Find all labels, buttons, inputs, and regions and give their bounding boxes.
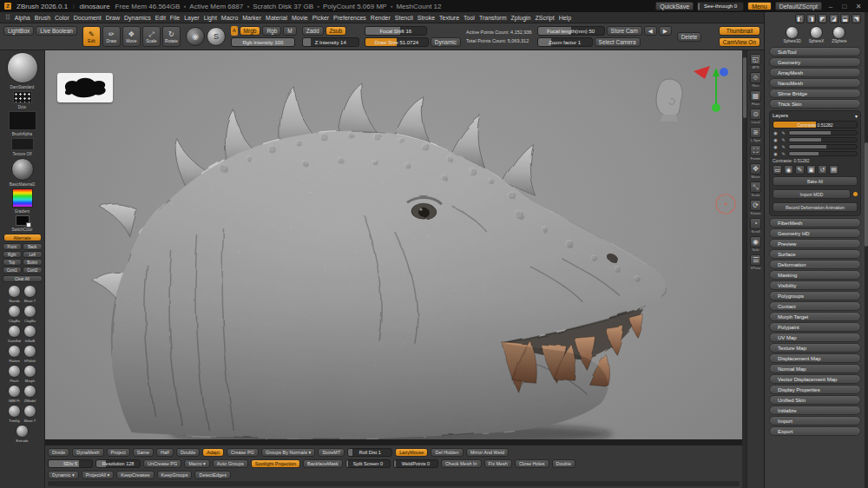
menu-item[interactable]: Stroke	[418, 15, 435, 21]
bottom-slider[interactable]: Split Screen 0	[345, 459, 391, 468]
layer-eye-icon[interactable]: ◉	[773, 144, 779, 149]
paint-rgb-button[interactable]: Rgb	[262, 26, 281, 36]
menu-item[interactable]: Draw	[106, 15, 120, 21]
camview-button[interactable]: CamView On	[719, 37, 760, 47]
sculpt-viewport[interactable]	[45, 50, 742, 445]
brush-thumb[interactable]	[8, 365, 21, 378]
move-mode-button[interactable]: ✥Move	[122, 26, 141, 47]
brush-thumb[interactable]	[23, 385, 36, 398]
document-canvas[interactable]	[45, 50, 742, 445]
bottom-button[interactable]: Dynamic ▾	[48, 471, 79, 479]
panel-section-subtool[interactable]: SubTool	[769, 47, 861, 56]
shelf-frame-icon[interactable]: ⛶Frame	[750, 145, 761, 161]
menu-item[interactable]: Picker	[312, 15, 329, 21]
mini-icon[interactable]: ⬓	[840, 14, 850, 23]
layer-intensity-slider[interactable]	[788, 151, 858, 156]
menu-item[interactable]: Transform	[479, 15, 507, 21]
shelf-scale-icon[interactable]: ⤡Scale	[750, 181, 761, 197]
draw-size-slider[interactable]: Draw Size 51.0724	[365, 37, 429, 47]
layer-eye-icon[interactable]: ◉	[773, 137, 779, 142]
bottom-button[interactable]: Double	[176, 448, 200, 457]
panel-section-nanomesh[interactable]: NanoMesh	[769, 78, 861, 88]
panel-section-polygroups[interactable]: Polygroups	[769, 291, 861, 300]
menu-item[interactable]: Tool	[464, 15, 475, 21]
texture-thumbnail[interactable]	[11, 138, 34, 150]
bottom-button[interactable]: BackfaceMask	[303, 459, 343, 468]
store-cam-button[interactable]: Store Cam	[607, 26, 642, 36]
panel-section-polypaint[interactable]: Polypaint	[769, 322, 861, 332]
panel-section-masking[interactable]: Masking	[769, 270, 861, 280]
sculpt-zadd-button[interactable]: Zadd	[302, 26, 324, 36]
paint-mrgb-button[interactable]: Mrgb	[240, 26, 261, 36]
layer-record-icon[interactable]: ✎	[780, 137, 786, 142]
panel-section-morph-target[interactable]: Morph Target	[769, 312, 861, 321]
bottom-button[interactable]: Adapt	[202, 448, 223, 457]
import-mdd-button[interactable]: Import MDD	[773, 189, 851, 199]
mini-icon[interactable]: ▣	[806, 165, 816, 175]
mini-icon[interactable]: ⬔	[852, 14, 861, 23]
canvas-scrollbar[interactable]	[742, 50, 746, 488]
panel-section-display-properties[interactable]: Display Properties	[769, 385, 861, 394]
bottom-button[interactable]: Macro ▾	[184, 459, 210, 468]
thumbnail-button[interactable]: Thumbnail	[719, 26, 760, 36]
layer-record-icon[interactable]: ✎	[780, 130, 786, 135]
current-stroke-icon[interactable]: S	[207, 27, 226, 46]
bottom-button[interactable]: KeepGroups	[157, 471, 193, 479]
rgb-intensity-slider[interactable]: Rgb Intensity 100	[231, 37, 295, 47]
menu-item[interactable]: Movie	[292, 15, 308, 21]
panel-section-thick-skin[interactable]: Thick Skin	[769, 99, 861, 109]
mini-icon[interactable]: ▤	[829, 165, 838, 175]
brush-thumb[interactable]	[8, 385, 21, 398]
menu-item[interactable]: Preferences	[333, 15, 366, 21]
panel-section-import[interactable]: Import	[769, 416, 861, 425]
layer-row[interactable]: ◉✎	[773, 151, 858, 156]
palette-grid-icon[interactable]: ⠿	[5, 14, 10, 22]
brush-thumb[interactable]	[8, 305, 21, 318]
mini-icon[interactable]: ◉	[784, 165, 793, 175]
bottom-button[interactable]: KeepCreases	[116, 471, 154, 479]
menu-item[interactable]: Zplugin	[511, 15, 531, 21]
current-brush-thumbnail[interactable]	[7, 52, 38, 83]
bottom-button[interactable]: DetectEdges	[194, 471, 231, 479]
mini-icon[interactable]: ◪	[829, 14, 838, 23]
shelf-move-icon[interactable]: ✥Move	[750, 163, 761, 179]
panel-section-slime-bridge[interactable]: Slime Bridge	[769, 89, 861, 98]
color-picker[interactable]	[12, 188, 33, 208]
bottom-slider[interactable]: WeldPoints 0	[393, 459, 438, 468]
panel-section-export[interactable]: Export	[769, 426, 861, 436]
panel-section-surface[interactable]: Surface	[769, 249, 861, 259]
bottom-button[interactable]: UnCrease PG	[143, 459, 181, 468]
panel-section-fibermesh[interactable]: FiberMesh	[769, 218, 861, 228]
panel-section-displacement-map[interactable]: Displacement Map	[769, 353, 861, 363]
see-through-slider[interactable]: See-through 0	[697, 2, 744, 11]
bottom-button[interactable]: Divide	[48, 448, 69, 457]
layers-collapse-icon[interactable]: ▾	[855, 113, 858, 119]
bottom-button[interactable]: Groups By Normals ▾	[261, 448, 315, 457]
tool-zsphere[interactable]: ZSphere	[832, 26, 846, 43]
focal-length-slider[interactable]: Focal length(mm) 50	[537, 26, 605, 36]
brush-thumb[interactable]	[8, 405, 21, 418]
zoom-factor-slider[interactable]: Zoom factor 1	[537, 37, 593, 47]
shelf-floor-icon[interactable]: ▦Floor	[750, 90, 761, 106]
bottom-button[interactable]: StoreMT	[318, 448, 345, 457]
mini-icon[interactable]: ◨	[806, 14, 816, 23]
draw-mode-button[interactable]: ✏Draw	[102, 26, 121, 47]
material-thumbnail[interactable]	[11, 158, 34, 181]
paint-m-button[interactable]: M	[283, 26, 296, 36]
shelf-local-icon[interactable]: ⊙Local	[750, 109, 761, 124]
menu-item[interactable]: Document	[74, 15, 102, 21]
select-camera-button[interactable]: Select Camera	[595, 37, 641, 47]
clear-all-button[interactable]: Clear All	[3, 275, 43, 282]
close-icon[interactable]: ✕	[853, 3, 864, 10]
bottom-button[interactable]: ProjectAll ▾	[82, 471, 115, 479]
panel-section-initialize[interactable]: Initialize	[769, 406, 861, 415]
panel-section-vector-displacement-map[interactable]: Vector Displacement Map	[769, 374, 861, 384]
menu-item[interactable]: Help	[559, 15, 571, 21]
navigation-gizmo[interactable]	[690, 64, 730, 116]
bottom-button[interactable]: Project	[107, 448, 130, 457]
shelf-rotate-icon[interactable]: ⟳Rotate	[750, 200, 761, 215]
edit-mode-button[interactable]: ✎Edit	[82, 26, 101, 47]
secondary-color-swatch[interactable]	[26, 222, 31, 228]
shelf-lsym-icon[interactable]: ≋L.Sym	[750, 127, 761, 142]
brush-thumb[interactable]	[16, 425, 29, 438]
